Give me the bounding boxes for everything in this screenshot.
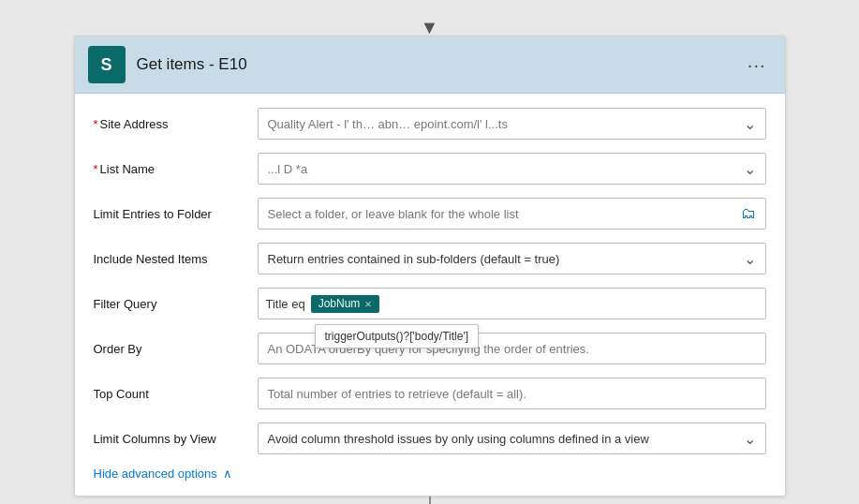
site-address-chevron-icon: ⌄ (744, 115, 756, 133)
get-items-card: S Get items - E10 ··· *Site Address Qual… (74, 36, 786, 497)
limit-columns-dropdown[interactable]: Avoid column threshold issues by only us… (258, 422, 766, 454)
list-name-value: ...l D *a (268, 162, 308, 176)
filter-query-field[interactable]: Title eq JobNum × triggerOutputs()?['bod… (258, 288, 766, 319)
top-count-placeholder: Total number of entries to retrieve (def… (268, 387, 526, 401)
card-header: S Get items - E10 ··· (75, 37, 785, 94)
limit-entries-placeholder: Select a folder, or leave blank for the … (268, 207, 519, 221)
card-more-options-button[interactable]: ··· (742, 52, 772, 78)
flow-arrow-down: ▼ (421, 17, 439, 34)
sharepoint-icon: S (88, 46, 126, 83)
card-title: Get items - E10 (137, 55, 247, 74)
top-count-field[interactable]: Total number of entries to retrieve (def… (258, 378, 766, 409)
hide-advanced-label: Hide advanced options (94, 467, 217, 481)
list-name-chevron-icon: ⌄ (744, 160, 756, 178)
filter-query-tooltip: triggerOutputs()?['body/Title'] (315, 324, 480, 348)
top-count-row: Top Count Total number of entries to ret… (94, 371, 766, 416)
limit-entries-row: Limit Entries to Folder Select a folder,… (94, 191, 766, 236)
include-nested-label: Include Nested Items (94, 252, 258, 266)
filter-query-row: Filter Query Title eq JobNum × triggerOu… (94, 281, 766, 326)
list-name-row: *List Name ...l D *a ⌄ (94, 146, 766, 191)
filter-static-text: Title eq (266, 297, 305, 311)
limit-columns-chevron-icon: ⌄ (744, 430, 756, 448)
include-nested-row: Include Nested Items Return entries cont… (94, 236, 766, 281)
required-star: * (94, 117, 98, 131)
filter-query-label: Filter Query (94, 297, 258, 311)
site-address-dropdown[interactable]: Quality Alert - l' th… abn… epoint.com/l… (258, 108, 766, 140)
chevron-up-icon: ∧ (223, 467, 232, 481)
limit-columns-label: Limit Columns by View (94, 432, 258, 446)
list-name-label: *List Name (94, 162, 258, 176)
site-address-label: *Site Address (94, 117, 258, 131)
include-nested-value: Return entries contained in sub-folders … (268, 252, 560, 266)
site-address-value: Quality Alert - l' th… abn… epoint.com/l… (268, 117, 508, 131)
hide-advanced-button[interactable]: Hide advanced options ∧ (94, 467, 232, 481)
top-count-label: Top Count (94, 387, 258, 401)
card-body: *Site Address Quality Alert - l' th… abn… (75, 94, 785, 496)
site-address-row: *Site Address Quality Alert - l' th… abn… (94, 101, 766, 146)
include-nested-dropdown[interactable]: Return entries contained in sub-folders … (258, 243, 766, 274)
required-star-list: * (94, 162, 98, 176)
folder-icon: 🗂 (741, 205, 756, 222)
filter-tag-label: JobNum (318, 297, 361, 310)
card-header-left: S Get items - E10 (88, 46, 247, 83)
limit-columns-row: Limit Columns by View Avoid column thres… (94, 416, 766, 461)
limit-entries-label: Limit Entries to Folder (94, 207, 258, 221)
list-name-dropdown[interactable]: ...l D *a ⌄ (258, 153, 766, 185)
flow-connector-line (429, 497, 431, 504)
order-by-label: Order By (94, 342, 258, 356)
filter-tag-close-icon[interactable]: × (364, 297, 372, 311)
limit-entries-field[interactable]: Select a folder, or leave blank for the … (258, 198, 766, 230)
limit-columns-value: Avoid column threshold issues by only us… (268, 432, 649, 446)
filter-tag: JobNum × (311, 295, 379, 313)
include-nested-chevron-icon: ⌄ (744, 250, 756, 268)
